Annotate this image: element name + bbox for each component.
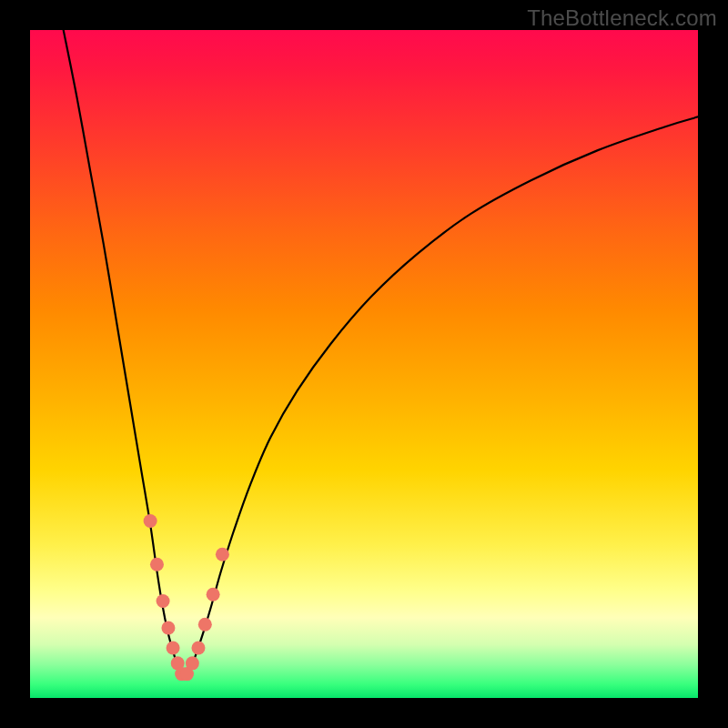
marker-dots [144, 514, 229, 681]
marker-dot [161, 621, 175, 634]
curve-right-branch [187, 116, 698, 678]
curve-left-branch [64, 30, 183, 678]
marker-dot [144, 514, 157, 528]
chart-svg [30, 30, 698, 698]
marker-dot [186, 656, 199, 670]
marker-dot [198, 618, 212, 632]
watermark-text: TheBottleneck.com [527, 5, 717, 31]
outer-frame: TheBottleneck.com [0, 0, 728, 728]
marker-dot [150, 558, 164, 571]
marker-dot [157, 594, 170, 608]
marker-dot [191, 641, 205, 654]
marker-dot [207, 588, 220, 602]
marker-dot [216, 548, 229, 561]
marker-dot [167, 641, 180, 654]
plot-area [30, 30, 698, 698]
